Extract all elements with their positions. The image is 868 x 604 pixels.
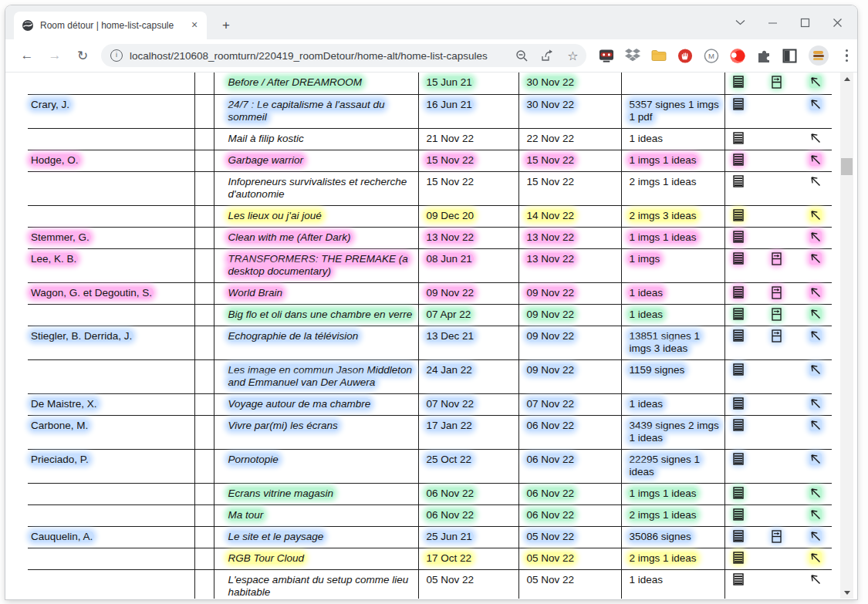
folder-icon[interactable] [651, 48, 667, 63]
new-tab-button[interactable]: + [218, 18, 234, 33]
scrollbar-thumb[interactable] [841, 158, 853, 175]
date-text: 30 Nov 22 [525, 76, 576, 88]
text-lines-icon[interactable] [733, 530, 744, 542]
text-lines-icon[interactable] [733, 132, 744, 144]
arrow-up-left-icon[interactable] [809, 132, 822, 144]
text-lines-icon[interactable] [733, 508, 744, 521]
close-icon[interactable] [831, 16, 843, 29]
title-cell[interactable]: Infopreneurs survivalistes et recherche … [214, 171, 418, 205]
arrow-up-left-icon[interactable] [809, 552, 822, 564]
title-cell[interactable]: World Brain [214, 282, 418, 304]
arrow-up-left-icon[interactable] [809, 231, 822, 243]
tab-close-icon[interactable]: × [188, 19, 201, 32]
arrow-up-left-icon[interactable] [809, 154, 822, 166]
address-bar[interactable]: i localhost/210608_roomturn/220419_roomD… [101, 44, 586, 67]
meta-text: 5357 signes 1 imgs 1 pdf [628, 99, 721, 123]
title-cell[interactable]: 24/7 : Le capitalisme à l'assaut du somm… [214, 94, 418, 128]
arrow-up-left-icon[interactable] [809, 286, 822, 299]
title-cell[interactable]: Vivre par(mi) les écrans [214, 415, 418, 449]
split-box-icon[interactable] [772, 308, 782, 321]
puzzle-extensions-icon[interactable] [756, 48, 772, 63]
actions-cell [724, 205, 832, 227]
arrow-up-left-icon[interactable] [809, 453, 822, 465]
site-info-icon[interactable]: i [110, 49, 123, 62]
title-cell[interactable]: Garbage warrior [214, 150, 418, 171]
red-circle-icon[interactable] [730, 48, 745, 63]
text-lines-icon[interactable] [733, 552, 744, 564]
text-lines-icon[interactable] [733, 252, 744, 265]
title-cell[interactable]: RGB Tour Cloud [214, 548, 418, 569]
adblock-hand-icon[interactable] [677, 48, 693, 63]
text-lines-icon[interactable] [733, 487, 744, 499]
title-cell[interactable]: Before / After DREAMROOM [214, 73, 418, 94]
arrow-up-left-icon[interactable] [809, 530, 822, 542]
title-cell[interactable]: Echographie de la télévision [214, 326, 418, 359]
text-lines-icon[interactable] [733, 308, 744, 320]
title-cell[interactable]: Voyage autour de ma chambre [214, 393, 418, 415]
split-box-icon[interactable] [772, 329, 782, 342]
arrow-up-left-icon[interactable] [809, 308, 822, 320]
arrow-up-left-icon[interactable] [809, 363, 822, 376]
hamburger-avatar-icon[interactable] [809, 46, 829, 66]
split-box-icon[interactable] [772, 530, 782, 543]
text-lines-icon[interactable] [733, 363, 744, 376]
title-cell[interactable]: Le site et le paysage [214, 526, 418, 548]
split-box-icon[interactable] [772, 76, 782, 89]
title-cell[interactable]: Clean with me (After Dark) [214, 227, 418, 248]
text-lines-icon[interactable] [733, 231, 744, 243]
title-cell[interactable]: Les lieux ou j'ai joué [214, 205, 418, 227]
dark-reader-icon[interactable] [782, 48, 798, 63]
arrow-up-left-icon[interactable] [809, 329, 822, 342]
browser-tab[interactable]: Room détour | home-list-capsule × [14, 12, 207, 39]
minimize-icon[interactable] [766, 16, 778, 29]
dropbox-icon[interactable] [625, 48, 640, 63]
title-cell[interactable]: Big flo et oli dans une chambre en verre [214, 304, 418, 326]
scroll-up-icon[interactable] [840, 73, 853, 85]
arrow-up-left-icon[interactable] [809, 175, 822, 187]
text-lines-icon[interactable] [733, 209, 744, 221]
arrow-up-left-icon[interactable] [809, 98, 822, 110]
text-lines-icon[interactable] [733, 329, 744, 342]
forward-arrow-icon[interactable]: → [45, 46, 65, 66]
title-cell[interactable]: Ma tour [214, 504, 418, 526]
title-cell[interactable]: Mail à filip kostic [214, 128, 418, 150]
text-lines-icon[interactable] [733, 419, 744, 431]
mercury-m-icon[interactable]: M [704, 48, 719, 63]
text-lines-icon[interactable] [733, 175, 744, 187]
url-text[interactable]: localhost/210608_roomturn/220419_roomDet… [130, 50, 503, 62]
scroll-down-icon[interactable] [840, 586, 853, 599]
maximize-icon[interactable] [799, 16, 811, 29]
title-cell[interactable]: Les image en commun Jason Middleton and … [214, 359, 418, 393]
bookmark-star-icon[interactable]: ☆ [567, 49, 578, 63]
arrow-up-left-icon[interactable] [809, 573, 822, 585]
arrow-up-left-icon[interactable] [809, 508, 822, 521]
split-box-icon[interactable] [772, 252, 782, 265]
title-cell[interactable]: Ecrans vitrine magasin [214, 483, 418, 504]
reload-icon[interactable]: ↻ [73, 46, 93, 66]
text-lines-icon[interactable] [733, 573, 744, 585]
three-dot-menu-icon[interactable] [846, 49, 849, 62]
mask-extension-icon[interactable] [599, 48, 614, 63]
text-lines-icon[interactable] [733, 154, 744, 166]
arrow-up-left-icon[interactable] [809, 419, 822, 431]
arrow-up-left-icon[interactable] [809, 76, 822, 88]
table-row: Carbone, M.Vivre par(mi) les écrans17 Ja… [28, 415, 832, 449]
title-cell[interactable]: L'espace ambiant du setup comme lieu hab… [214, 569, 418, 599]
text-lines-icon[interactable] [733, 286, 744, 299]
back-arrow-icon[interactable]: ← [17, 46, 37, 66]
text-lines-icon[interactable] [733, 98, 744, 110]
zoom-out-icon[interactable] [515, 49, 529, 62]
text-lines-icon[interactable] [733, 397, 744, 410]
text-lines-icon[interactable] [733, 453, 744, 465]
arrow-up-left-icon[interactable] [809, 252, 822, 265]
scrollbar[interactable] [840, 73, 853, 599]
title-cell[interactable]: Pornotopie [214, 449, 418, 483]
arrow-up-left-icon[interactable] [809, 397, 822, 410]
arrow-up-left-icon[interactable] [809, 487, 822, 499]
title-cell[interactable]: TRANSFORMERS: THE PREMAKE (a desktop doc… [214, 248, 418, 282]
chevron-down-icon[interactable] [734, 16, 746, 29]
split-box-icon[interactable] [772, 286, 782, 299]
arrow-up-left-icon[interactable] [809, 209, 822, 221]
text-lines-icon[interactable] [733, 76, 744, 88]
share-icon[interactable] [541, 49, 555, 62]
